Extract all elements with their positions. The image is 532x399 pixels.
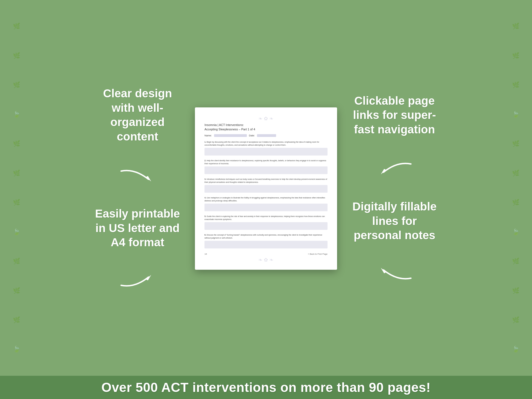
date-fill-line[interactable] [257,134,276,137]
doc-item-4: 4. Use metaphors or analogies to illustr… [204,196,328,211]
doc-page-number: 16 [204,253,207,255]
feature-text-left-2: Easily printable in US letter and A4 for… [91,207,184,250]
doc-fill-block-5[interactable] [204,222,328,230]
doc-bottom-decoration: ❧ ✿ ❧ [204,257,328,263]
svg-marker-3 [381,268,386,273]
doc-footer: 16 + Back to First Page [204,253,328,255]
doc-subtitle: Accepting Sleeplessness – Part 1 of 4 [204,128,328,131]
name-label: Name: [204,134,212,137]
doc-item-1-text: 1. Begin by discussing with the client t… [204,141,328,146]
doc-item-2-text: 2. Help the client identify their resist… [204,159,328,165]
bottom-banner: Over 500 ACT interventions on more than … [0,376,532,399]
left-panel: Clear design with well-organized content… [86,70,189,307]
doc-title: Insomnia | ACT Interventions: [204,123,328,127]
doc-item-6-text: 6. Discuss the concept of "turning towar… [204,234,328,239]
doc-fill-block-4[interactable] [204,204,328,211]
doc-top-decoration: ❧ ✿ ❧ [204,116,328,122]
doc-fill-block-1[interactable] [204,148,328,156]
feature-text-right-2: Digitally fillable lines for personal no… [348,200,441,243]
feature-text-right-1: Clickable page links for super-fast navi… [348,94,441,137]
feature-text-left-1: Clear design with well-organized content [91,86,184,144]
svg-marker-2 [381,169,386,174]
doc-item-6: 6. Discuss the concept of "turning towar… [204,234,328,248]
bottom-banner-text: Over 500 ACT interventions on more than … [101,380,431,395]
arrow-right-up-icon [118,272,157,291]
main-container: Clear design with well-organized content… [0,0,532,377]
doc-name-date-row: Name: Date: [204,134,328,137]
document-wrapper: ❧ ✿ ❧ Insomnia | ACT Interventions: Acce… [189,107,343,270]
doc-item-5: 5. Guide the client in exploring the rol… [204,215,328,230]
doc-fill-block-6[interactable] [204,241,328,248]
doc-fill-block-3[interactable] [204,185,328,193]
arrow-left-down-icon [375,159,414,178]
svg-marker-1 [146,275,151,280]
name-fill-line[interactable] [214,134,247,137]
right-panel: Clickable page links for super-fast navi… [343,77,446,300]
arrow-right-down-icon [118,166,157,185]
doc-item-5-text: 5. Guide the client in exploring the rol… [204,215,328,221]
doc-fill-block-2[interactable] [204,166,328,174]
doc-item-3: 3. Introduce mindfulness techniques such… [204,178,328,193]
arrow-left-up-icon [375,265,414,284]
document-preview: ❧ ✿ ❧ Insomnia | ACT Interventions: Acce… [195,107,337,270]
doc-item-2: 2. Help the client identify their resist… [204,159,328,174]
doc-item-4-text: 4. Use metaphors or analogies to illustr… [204,196,328,202]
doc-item-3-text: 3. Introduce mindfulness techniques such… [204,178,328,184]
doc-item-1: 1. Begin by discussing with the client t… [204,141,328,156]
doc-back-link[interactable]: + Back to First Page [308,253,328,255]
date-label: Date: [249,134,255,137]
svg-marker-0 [146,176,151,181]
doc-header: Insomnia | ACT Interventions: Accepting … [204,123,328,131]
